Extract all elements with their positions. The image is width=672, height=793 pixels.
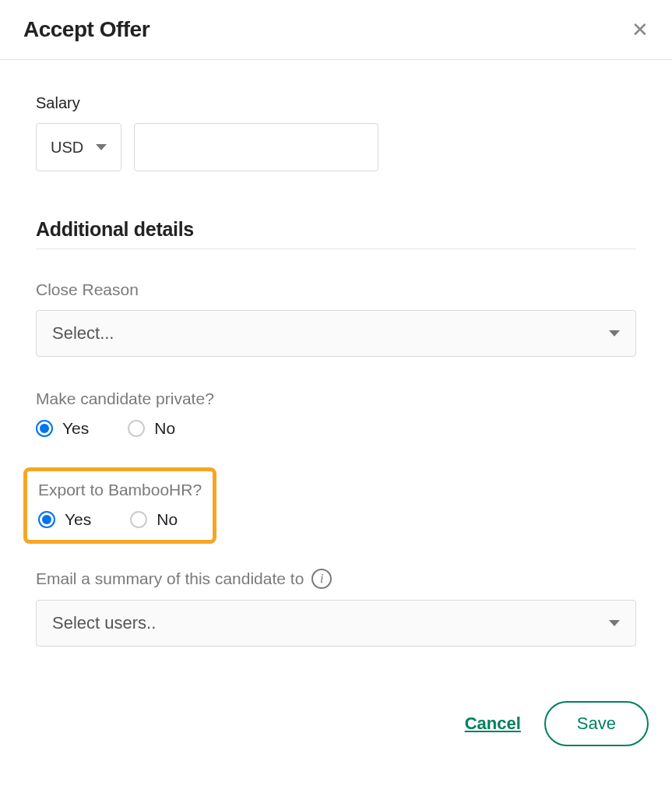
caret-down-icon	[609, 330, 620, 337]
radio-icon	[130, 511, 147, 528]
salary-label: Salary	[36, 94, 636, 112]
export-bamboo-group: Export to BambooHR? Yes No	[38, 481, 202, 529]
modal-body: Salary USD Additional details Close Reas…	[0, 60, 672, 678]
radio-icon	[38, 511, 55, 528]
salary-row: USD	[36, 123, 636, 171]
make-private-no[interactable]: No	[128, 419, 175, 438]
radio-label: No	[157, 510, 178, 529]
export-bamboo-options: Yes No	[38, 510, 202, 529]
currency-select[interactable]: USD	[36, 123, 121, 171]
radio-icon	[128, 420, 145, 437]
email-summary-placeholder: Select users..	[52, 613, 156, 633]
modal-header: Accept Offer ✕	[0, 0, 672, 60]
radio-label: Yes	[65, 510, 91, 529]
email-summary-select[interactable]: Select users..	[36, 600, 636, 647]
close-reason-label: Close Reason	[36, 280, 636, 299]
caret-down-icon	[609, 620, 620, 626]
email-summary-label: Email a summary of this candidate to	[36, 569, 304, 588]
close-reason-select[interactable]: Select...	[36, 310, 636, 357]
caret-down-icon	[96, 144, 107, 150]
email-summary-label-row: Email a summary of this candidate to i	[36, 569, 636, 589]
save-button[interactable]: Save	[544, 701, 649, 746]
radio-label: Yes	[62, 419, 89, 438]
export-bamboo-yes[interactable]: Yes	[38, 510, 91, 529]
make-private-group: Make candidate private? Yes No	[36, 389, 636, 438]
make-private-options: Yes No	[36, 419, 636, 438]
currency-value: USD	[51, 139, 83, 157]
close-reason-placeholder: Select...	[52, 323, 114, 344]
info-icon[interactable]: i	[311, 569, 332, 589]
make-private-yes[interactable]: Yes	[36, 419, 89, 438]
export-bamboo-label: Export to BambooHR?	[38, 481, 202, 499]
salary-input[interactable]	[134, 123, 378, 171]
make-private-label: Make candidate private?	[36, 389, 636, 408]
export-bamboo-no[interactable]: No	[130, 510, 178, 529]
close-icon[interactable]: ✕	[632, 19, 649, 40]
export-bamboo-highlight: Export to BambooHR? Yes No	[23, 467, 216, 544]
modal-title: Accept Offer	[23, 17, 150, 42]
additional-details-heading: Additional details	[36, 218, 636, 249]
cancel-button[interactable]: Cancel	[465, 714, 521, 734]
radio-icon	[36, 420, 53, 437]
modal-footer: Cancel Save	[0, 678, 672, 765]
radio-label: No	[154, 419, 175, 438]
